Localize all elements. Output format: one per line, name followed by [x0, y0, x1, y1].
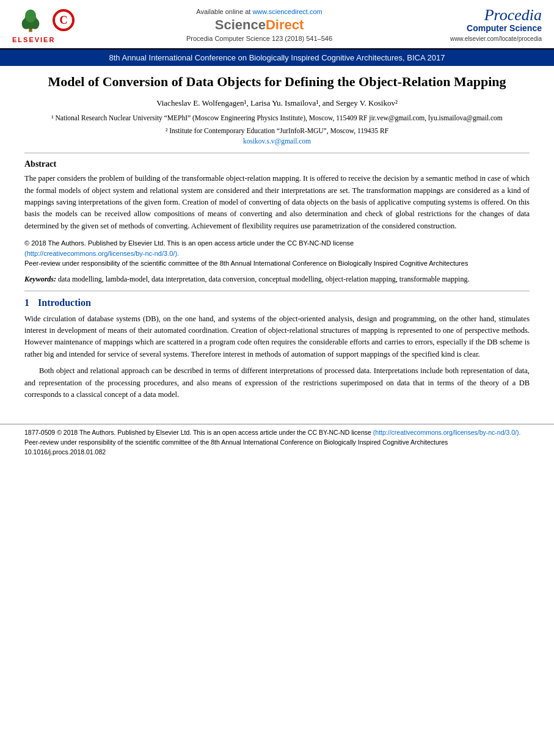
svg-text:C: C [60, 14, 68, 26]
section-number: 1 [24, 297, 29, 308]
introduction-section: 1 Introduction Wide circulation of datab… [24, 297, 530, 401]
footer: 1877-0509 © 2018 The Authors. Published … [0, 424, 554, 462]
available-online-text: Available online at www.sciencedirect.co… [87, 8, 432, 15]
introduction-title: Introduction [38, 297, 91, 308]
keywords-section: Keywords: data modelling, lambda-model, … [24, 274, 530, 285]
page: C ELSEVIER Available online at www.scien… [0, 0, 554, 756]
affiliation-2: ² Institute for Contemporary Education “… [24, 126, 530, 147]
affiliation-1: ¹ National Research Nuclear University “… [24, 113, 530, 123]
footer-license-link[interactable]: (http://creativecommons.org/licenses/by-… [373, 429, 521, 436]
divider-1 [24, 153, 530, 153]
divider-2 [24, 291, 530, 291]
procedia-brand-title: Procedia [444, 7, 542, 23]
elsevier-tree-icon [12, 6, 49, 34]
conference-banner: 8th Annual International Conference on B… [0, 49, 554, 66]
procedia-url: www.elsevier.com/locate/procedia [444, 35, 542, 42]
affiliation2-email-link[interactable]: kosikov.s.v@gmail.com [243, 137, 311, 145]
abstract-text: The paper considers the problem of build… [24, 173, 530, 232]
footer-peer-review: Peer-review under responsibility of the … [24, 438, 448, 446]
header-center: Available online at www.sciencedirect.co… [75, 8, 444, 42]
abstract-heading: Abstract [24, 159, 530, 169]
copyright-text: © 2018 The Authors. Published by Elsevie… [24, 239, 354, 247]
journal-info: Procedia Computer Science 123 (2018) 541… [87, 35, 432, 42]
header-left: C ELSEVIER [12, 6, 75, 43]
procedia-brand-subtitle: Computer Science [444, 23, 542, 33]
introduction-para-1: Wide circulation of database systems (DB… [24, 313, 530, 361]
header-right: Procedia Computer Science www.elsevier.c… [444, 7, 542, 42]
keywords-label: Keywords: [24, 275, 56, 283]
crossmark-logo: C [53, 9, 75, 31]
copyright-section: © 2018 The Authors. Published by Elsevie… [24, 238, 530, 269]
svg-point-4 [25, 9, 36, 23]
paper-title: Model of Conversion of Data Objects for … [24, 73, 530, 91]
header: C ELSEVIER Available online at www.scien… [0, 0, 554, 49]
authors: Viacheslav E. Wolfengagen¹, Larisa Yu. I… [24, 98, 530, 108]
introduction-heading: 1 Introduction [24, 297, 530, 308]
introduction-para-2: Both object and relational approach can … [24, 365, 530, 401]
elsevier-text: ELSEVIER [12, 36, 55, 43]
keywords-text: data modelling, lambda-model, data inter… [58, 275, 469, 283]
main-content: Model of Conversion of Data Objects for … [0, 66, 554, 418]
peer-review-text: Peer-review under responsibility of the … [24, 260, 468, 267]
footer-copyright: © 2018 The Authors. Published by Elsevie… [57, 429, 371, 436]
license-url-link[interactable]: (http://creativecommons.org/licenses/by-… [24, 250, 179, 257]
elsevier-logo: C [12, 6, 75, 34]
footer-doi: 10.1016/j.procs.2018.01.082 [24, 448, 106, 456]
abstract-section: Abstract The paper considers the problem… [24, 159, 530, 232]
sciencedirect-brand: ScienceDirect [87, 17, 432, 33]
sciencedirect-url-link[interactable]: www.sciencedirect.com [252, 8, 322, 15]
footer-issn: 1877-0509 [24, 429, 55, 436]
